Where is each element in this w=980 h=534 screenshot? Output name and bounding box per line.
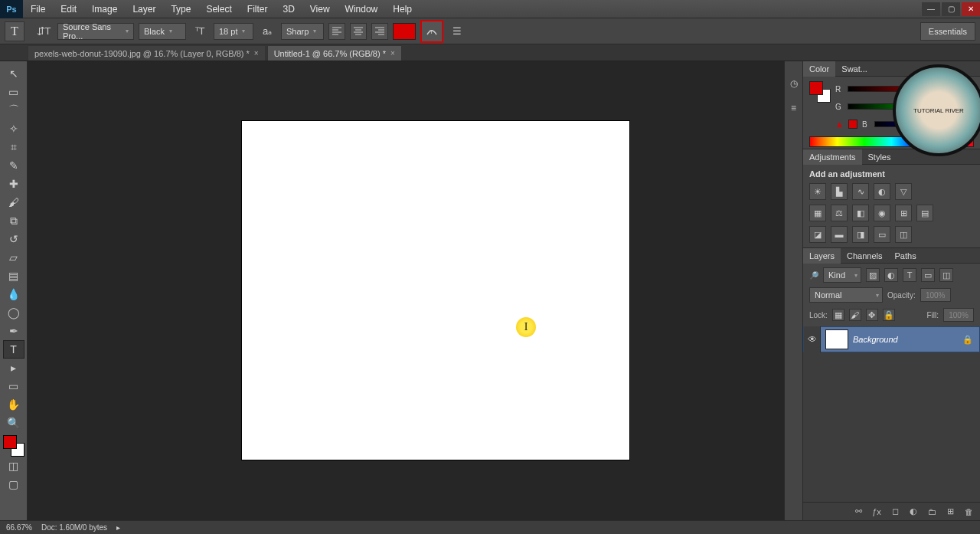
channel-mixer-icon[interactable]: ⊞: [895, 205, 912, 221]
layers-panel-tab[interactable]: Layers: [803, 248, 841, 264]
marquee-tool[interactable]: ▭: [3, 83, 24, 101]
filter-type-icon[interactable]: T: [903, 268, 916, 282]
fg-color-swatch[interactable]: [809, 81, 823, 95]
vibrance-icon[interactable]: ▽: [895, 183, 912, 200]
clone-stamp-tool[interactable]: ⧉: [3, 211, 24, 230]
menu-3d[interactable]: 3D: [275, 4, 302, 15]
filter-adjustment-icon[interactable]: ◐: [884, 268, 898, 282]
doc-info[interactable]: Doc: 1.60M/0 bytes: [41, 523, 107, 532]
align-right-button[interactable]: [371, 23, 388, 40]
black-white-icon[interactable]: ◧: [852, 205, 869, 221]
menu-file[interactable]: File: [23, 4, 53, 15]
filter-pixel-icon[interactable]: ▨: [866, 268, 880, 282]
menu-select[interactable]: Select: [198, 4, 239, 15]
color-ramp[interactable]: [809, 136, 974, 147]
fill-field[interactable]: 100%: [943, 308, 974, 322]
pen-tool[interactable]: ✒: [3, 322, 24, 340]
r-slider[interactable]: [848, 86, 974, 92]
healing-brush-tool[interactable]: ✚: [3, 175, 24, 193]
zoom-level[interactable]: 66.67%: [6, 523, 32, 532]
menu-view[interactable]: View: [302, 4, 338, 15]
photo-filter-icon[interactable]: ◉: [874, 205, 890, 221]
move-tool[interactable]: ↖: [3, 64, 24, 83]
window-maximize-button[interactable]: ▢: [942, 2, 960, 16]
new-group-icon[interactable]: 🗀: [925, 505, 939, 519]
hue-saturation-icon[interactable]: ▦: [809, 205, 826, 221]
dodge-tool[interactable]: ◯: [3, 303, 24, 322]
document-tab-0[interactable]: pexels-web-donut-19090.jpg @ 16.7% (Laye…: [28, 45, 266, 61]
zoom-tool[interactable]: 🔍: [3, 414, 24, 432]
color-panel-tab[interactable]: Color: [803, 61, 835, 77]
gradient-tool[interactable]: ▤: [3, 267, 24, 285]
layer-row[interactable]: 👁 Background 🔒: [803, 326, 980, 352]
layer-thumbnail[interactable]: [825, 329, 848, 349]
new-layer-icon[interactable]: ⊞: [943, 505, 957, 519]
active-tool-icon[interactable]: T: [5, 21, 24, 41]
text-orientation-icon[interactable]: ⇵T: [34, 22, 53, 41]
anti-alias-dropdown[interactable]: Sharp: [281, 23, 324, 40]
menu-image[interactable]: Image: [84, 4, 125, 15]
history-brush-tool[interactable]: ↺: [3, 230, 24, 248]
threshold-icon[interactable]: ◨: [852, 226, 869, 243]
menu-layer[interactable]: Layer: [125, 4, 163, 15]
lock-all-icon[interactable]: 🔒: [883, 309, 895, 321]
menu-type[interactable]: Type: [163, 4, 198, 15]
brightness-contrast-icon[interactable]: ☀: [809, 183, 826, 200]
paths-panel-tab[interactable]: Paths: [889, 248, 923, 264]
layer-mask-icon[interactable]: ◻: [888, 505, 902, 519]
filter-smart-icon[interactable]: ◫: [939, 268, 953, 282]
font-size-input[interactable]: 18 pt: [214, 23, 253, 40]
selective-color-icon[interactable]: ◫: [895, 226, 912, 243]
warp-text-button[interactable]: T: [420, 20, 443, 43]
rectangle-tool[interactable]: ▭: [3, 377, 24, 395]
screen-mode-icon[interactable]: ▢: [3, 475, 24, 493]
font-family-dropdown[interactable]: Source Sans Pro...: [57, 23, 134, 40]
styles-panel-tab[interactable]: Styles: [862, 149, 897, 165]
document-tab-1[interactable]: Untitled-1 @ 66.7% (RGB/8) * ×: [267, 45, 402, 61]
b-slider[interactable]: [874, 121, 974, 127]
color-lookup-icon[interactable]: ▤: [916, 205, 933, 221]
lock-position-icon[interactable]: ✥: [866, 309, 878, 321]
text-color-swatch[interactable]: [393, 23, 416, 40]
menu-window[interactable]: Window: [338, 4, 386, 15]
path-selection-tool[interactable]: ▸: [3, 359, 24, 377]
exposure-icon[interactable]: ◐: [874, 183, 890, 200]
invert-icon[interactable]: ◪: [809, 226, 826, 243]
window-minimize-button[interactable]: —: [922, 2, 940, 16]
foreground-color-swatch[interactable]: [3, 435, 17, 449]
eraser-tool[interactable]: ▱: [3, 248, 24, 267]
character-panel-icon[interactable]: ☰: [448, 22, 466, 41]
delete-layer-icon[interactable]: 🗑: [962, 505, 975, 519]
canvas-area[interactable]: I: [28, 61, 784, 520]
crop-tool[interactable]: ⌗: [3, 138, 24, 156]
eyedropper-tool[interactable]: ✎: [3, 156, 24, 175]
new-fill-adjustment-icon[interactable]: ◐: [906, 505, 920, 519]
color-balance-icon[interactable]: ⚖: [831, 205, 848, 221]
blur-tool[interactable]: 💧: [3, 285, 24, 303]
properties-panel-icon[interactable]: ≡: [787, 101, 801, 115]
lock-pixels-icon[interactable]: 🖌: [849, 309, 861, 321]
window-close-button[interactable]: ✕: [962, 2, 980, 16]
close-tab-icon[interactable]: ×: [254, 49, 259, 57]
close-tab-icon[interactable]: ×: [390, 49, 395, 57]
foreground-background-color[interactable]: [3, 435, 24, 457]
link-layers-icon[interactable]: ⚯: [851, 505, 865, 519]
menu-filter[interactable]: Filter: [240, 4, 276, 15]
posterize-icon[interactable]: ▬: [831, 226, 848, 243]
layer-style-icon[interactable]: ƒх: [870, 505, 884, 519]
menu-help[interactable]: Help: [385, 4, 420, 15]
brush-tool[interactable]: 🖌: [3, 193, 24, 211]
curves-icon[interactable]: ∿: [852, 183, 869, 200]
status-flyout-icon[interactable]: ▸: [116, 523, 120, 532]
layer-filter-kind[interactable]: Kind: [823, 267, 861, 283]
opacity-field[interactable]: 100%: [920, 288, 951, 302]
gradient-map-icon[interactable]: ▭: [874, 226, 890, 243]
filter-shape-icon[interactable]: ▭: [921, 268, 935, 282]
channels-panel-tab[interactable]: Channels: [841, 248, 888, 264]
workspace-switcher[interactable]: Essentials: [920, 22, 975, 41]
magic-wand-tool[interactable]: ✧: [3, 120, 24, 138]
levels-icon[interactable]: ▙: [831, 183, 848, 200]
menu-edit[interactable]: Edit: [53, 4, 84, 15]
align-center-button[interactable]: [350, 23, 367, 40]
gamut-color-swatch[interactable]: [848, 120, 858, 129]
